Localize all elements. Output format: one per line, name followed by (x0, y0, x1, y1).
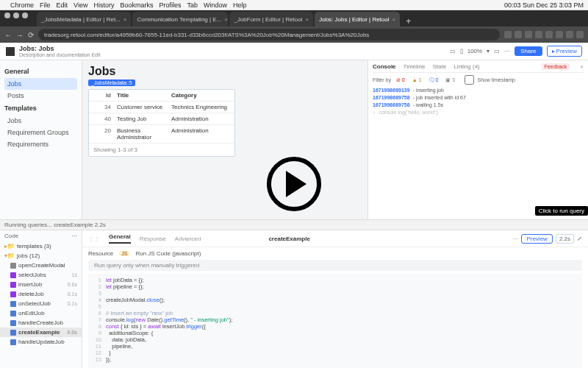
qe-tab-advanced[interactable]: Advanced (175, 236, 201, 242)
resource-value[interactable]: Run JS Code (javascript) (135, 250, 201, 257)
address-bar[interactable]: tradesorg.retool.com/editor/a4959b60-765… (38, 29, 500, 40)
menu-bookmarks[interactable]: Bookmarks (120, 1, 153, 9)
jobs-table[interactable]: Id Title Category 34 Customer service Te… (88, 89, 235, 157)
nav-item-requirements[interactable]: Requirements (4, 138, 77, 150)
console-log-line: 1671998689139 - inserting job (373, 87, 584, 94)
chevron-down-icon[interactable]: ▾ (487, 48, 490, 54)
table-row[interactable]: 20 Business Administrator Administration (89, 125, 234, 144)
browser-tab[interactable]: _JobsMetadata | Editor | Ret...× (37, 12, 131, 26)
browser-tab[interactable]: Communication Templating | E...× (132, 12, 228, 26)
js-icon (10, 311, 16, 316)
col-header-category[interactable]: Category (171, 92, 230, 99)
tab-timeline[interactable]: Timeline (404, 63, 426, 70)
menu-edit[interactable]: Edit (57, 1, 68, 9)
nav-section-templates: Templates (4, 105, 77, 112)
menubar-status: 00:03 Sun Dec 25 3:03 PM (504, 1, 584, 9)
folder-icon: ▾📁 (4, 252, 15, 259)
close-icon[interactable]: × (224, 16, 228, 23)
grip-icon[interactable]: ⋮⋮ (88, 236, 100, 242)
tab-console[interactable]: Console (373, 63, 396, 70)
menu-history[interactable]: History (93, 1, 114, 9)
warn-count[interactable]: ▲ 1 (410, 77, 424, 82)
tree-item-selected[interactable]: createExample6.0s (0, 328, 82, 337)
nav-item-jobs[interactable]: Jobs (4, 78, 77, 90)
table-row[interactable]: 34 Customer service Technics Engineering (89, 102, 234, 113)
table-row[interactable]: 40 Testing Job Administration (89, 113, 234, 125)
mobile-icon[interactable]: ▯ (460, 48, 463, 54)
menu-view[interactable]: View (74, 1, 87, 9)
log-count[interactable]: ▣ 3 (443, 77, 457, 83)
resource-label: Resource (88, 250, 113, 257)
js-icon (10, 330, 16, 336)
tree-item[interactable]: deleteJob0.1s (0, 289, 82, 299)
zoom-level[interactable]: 100% (467, 48, 482, 54)
back-icon[interactable]: ← (4, 31, 12, 39)
close-icon[interactable]: × (306, 16, 309, 23)
tree-item[interactable]: handleUpdateJob (0, 337, 82, 347)
tree-item[interactable]: openCreateModal (0, 261, 82, 270)
app-subtitle[interactable]: Description and documentation Edit (19, 52, 445, 57)
tree-item[interactable]: onSelectJob0.1s (0, 299, 82, 308)
close-icon[interactable]: × (580, 63, 584, 70)
browser-tab-active[interactable]: Jobs: Jobs | Editor | Retool× (315, 12, 400, 26)
nav-item-posts[interactable]: Posts (4, 90, 77, 102)
filter-label: Filter by (373, 77, 391, 82)
menu-chrome[interactable]: Chrome (10, 1, 34, 9)
query-name[interactable]: createExample (268, 236, 309, 242)
nav-item-req-groups[interactable]: Requirement Groups (4, 127, 77, 138)
close-icon[interactable]: × (123, 16, 127, 23)
component-badge[interactable]: _JobsMetadata::5 (88, 79, 135, 86)
code-tree-more-icon[interactable]: ⋯ (71, 233, 77, 239)
retool-logo-icon[interactable] (6, 47, 15, 56)
tree-folder[interactable]: ▾📁jobs (12) (0, 251, 82, 261)
video-play-button[interactable] (267, 157, 321, 211)
tab-state[interactable]: State (433, 63, 447, 70)
sql-icon (10, 282, 16, 288)
share-button[interactable]: Share (514, 46, 542, 56)
code-editor[interactable]: 1let jobData = {}; 2let pipeline = {}; 3… (88, 274, 582, 368)
page-nav-sidebar: General Jobs Posts Templates Jobs Requir… (0, 60, 82, 219)
js-icon (10, 301, 16, 307)
timestamp-checkbox[interactable] (465, 75, 474, 85)
extension-icons[interactable] (504, 31, 584, 38)
preview-query-button[interactable]: Preview (521, 234, 552, 244)
new-tab-button[interactable]: + (401, 16, 415, 26)
js-icon (10, 339, 16, 345)
info-count[interactable]: ⓘ 0 (427, 77, 441, 84)
preview-button[interactable]: ▸ Preview (547, 46, 582, 57)
menu-window[interactable]: Window (204, 1, 227, 9)
monitor-icon[interactable]: ▭ (494, 48, 500, 54)
tree-folder[interactable]: ▸📁templates (3) (0, 241, 82, 251)
reload-icon[interactable]: ⟳ (28, 31, 34, 39)
col-header-title[interactable]: Title (117, 92, 171, 99)
desktop-icon[interactable]: ▭ (450, 48, 456, 54)
menu-help[interactable]: Help (233, 1, 247, 9)
feedback-badge[interactable]: Feedback (542, 63, 570, 70)
console-prompt[interactable]: › console.log("hello, world") (373, 109, 584, 116)
tree-item[interactable]: onEditJob (0, 308, 82, 318)
trigger-mode-bar[interactable]: Run query only when manually triggered (88, 260, 582, 271)
tree-item[interactable]: insertJob0.6s (0, 280, 82, 289)
qe-tab-general[interactable]: General (109, 233, 131, 244)
tree-item[interactable]: selectJobs1s (0, 270, 82, 280)
close-icon[interactable]: × (392, 16, 396, 23)
more-icon[interactable]: ⋯ (512, 236, 518, 242)
nav-item-templates-jobs[interactable]: Jobs (4, 115, 77, 127)
forward-icon[interactable]: → (16, 31, 24, 39)
tab-linting[interactable]: Linting (4) (453, 63, 480, 70)
js-icon (10, 320, 16, 326)
js-badge-icon: JS (119, 251, 129, 256)
error-count[interactable]: ⊘ 0 (394, 77, 407, 83)
app-title: Jobs: Jobs (19, 45, 445, 52)
window-traffic-lights[interactable] (4, 13, 28, 18)
menu-tab[interactable]: Tab (187, 1, 198, 9)
menu-profiles[interactable]: Profiles (159, 1, 181, 9)
tree-item[interactable]: handleCreateJob (0, 318, 82, 328)
editor-canvas[interactable]: Jobs _JobsMetadata::5 Id Title Category … (82, 60, 368, 219)
col-header-id[interactable]: Id (93, 92, 111, 99)
expand-icon[interactable]: ⤢ (577, 236, 582, 242)
menu-file[interactable]: File (40, 1, 51, 9)
qe-tab-response[interactable]: Response (140, 236, 166, 242)
more-icon[interactable]: ⋯ (504, 48, 510, 54)
browser-tab[interactable]: _JobForm | Editor | Retool× (229, 12, 313, 26)
